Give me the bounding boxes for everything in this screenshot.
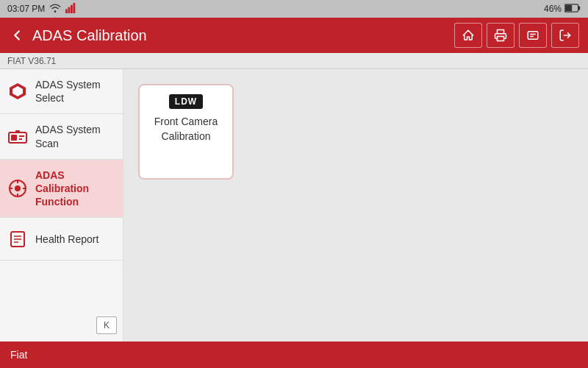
svg-rect-18 xyxy=(15,130,20,132)
sidebar-item-adas-calibration-function-label: ADAS Calibration Function xyxy=(35,169,115,209)
sidebar-collapse-button[interactable]: K xyxy=(96,316,117,334)
wifi-icon xyxy=(49,3,61,15)
card-label-0: Front Camera Calibration xyxy=(140,115,232,144)
svg-rect-15 xyxy=(11,135,17,141)
adas-scan-icon xyxy=(7,127,28,147)
time-display: 03:07 PM xyxy=(7,4,45,14)
health-report-icon xyxy=(7,229,28,250)
toolbar: ADAS Calibration xyxy=(0,18,588,53)
version-bar: FIAT V36.71 xyxy=(0,53,588,69)
svg-rect-8 xyxy=(528,32,538,40)
sidebar-item-adas-system-select-label: ADAS System Select xyxy=(35,78,115,105)
signal-icon xyxy=(65,3,76,15)
card-badge-0: LDW xyxy=(169,94,203,109)
battery-icon xyxy=(564,4,581,15)
logout-button[interactable] xyxy=(551,23,579,48)
adas-calibration-icon xyxy=(7,178,28,199)
svg-rect-0 xyxy=(65,9,68,13)
content-area: LDW Front Camera Calibration xyxy=(123,69,588,342)
svg-rect-7 xyxy=(498,37,504,41)
status-left: 03:07 PM xyxy=(7,3,76,15)
sidebar-item-adas-system-scan[interactable]: ADAS System Scan xyxy=(0,114,123,159)
sidebar-item-health-report[interactable]: Health Report xyxy=(0,218,123,261)
home-button[interactable] xyxy=(454,23,482,48)
svg-rect-6 xyxy=(565,4,572,10)
battery-level: 46% xyxy=(544,4,562,14)
page-title: ADAS Calibration xyxy=(32,27,447,44)
sidebar-item-adas-system-scan-label: ADAS System Scan xyxy=(35,123,115,149)
calibration-card-0[interactable]: LDW Front Camera Calibration xyxy=(138,84,234,180)
version-text: FIAT V36.71 xyxy=(7,56,56,66)
adas-select-icon xyxy=(7,81,28,102)
back-button[interactable] xyxy=(9,27,25,43)
svg-rect-3 xyxy=(74,3,76,13)
sidebar-item-adas-calibration-function[interactable]: ADAS Calibration Function xyxy=(0,160,123,219)
main-layout: ADAS System Select ADAS System Scan xyxy=(0,69,588,342)
sidebar: ADAS System Select ADAS System Scan xyxy=(0,69,123,342)
sidebar-item-health-report-label: Health Report xyxy=(35,233,98,246)
svg-rect-2 xyxy=(71,4,73,13)
toolbar-icons xyxy=(454,23,579,48)
sidebar-item-adas-system-select[interactable]: ADAS System Select xyxy=(0,69,123,114)
bottom-bar-text: Fiat xyxy=(10,349,27,361)
svg-rect-5 xyxy=(578,6,581,10)
adas-button[interactable] xyxy=(519,23,547,48)
svg-rect-1 xyxy=(68,7,71,13)
bottom-bar: Fiat xyxy=(0,342,588,368)
status-right: 46% xyxy=(544,4,581,15)
status-bar: 03:07 PM 46% xyxy=(0,0,588,18)
collapse-label: K xyxy=(104,320,110,330)
print-button[interactable] xyxy=(487,23,514,48)
svg-point-20 xyxy=(15,185,21,191)
